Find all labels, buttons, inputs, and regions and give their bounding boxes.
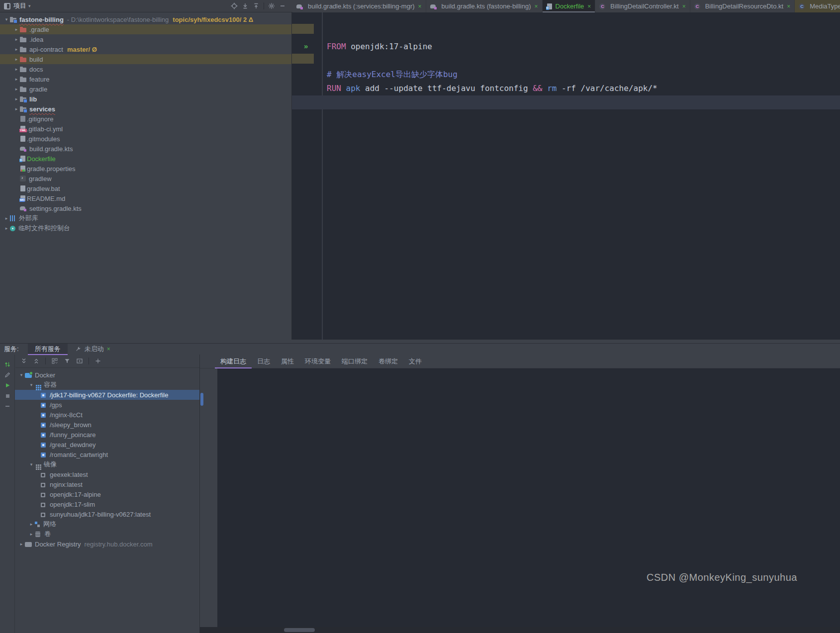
service-tree-row[interactable]: /funny_poincare	[15, 430, 199, 440]
collapse-all-icon[interactable]	[253, 2, 260, 9]
editor-tab[interactable]: MediaType	[795, 0, 840, 12]
editor-tab[interactable]: BillingDetailController.kt ×	[595, 0, 690, 12]
close-icon[interactable]: ×	[107, 346, 110, 353]
scroll-from-source-icon[interactable]	[242, 2, 249, 9]
editor-tab[interactable]: build.gradle.kts (:services:billing-mgr)…	[292, 0, 426, 12]
service-tree-row[interactable]: ▸ 卷	[15, 529, 199, 539]
project-tree-row[interactable]: ▸ docs	[0, 64, 291, 74]
expand-all-icon[interactable]	[20, 358, 27, 364]
chevron-icon[interactable]: ▸	[28, 532, 35, 537]
chevron-icon[interactable]: ▾	[3, 17, 10, 22]
service-tree-row[interactable]: ▸ Docker Registry registry.hub.docker.co…	[15, 539, 199, 549]
project-tree-row[interactable]: ▸ 临时文件和控制台	[0, 223, 291, 233]
project-tree-row[interactable]: ▸ 外部库	[0, 213, 291, 223]
project-tree-row[interactable]: ▸ feature	[0, 74, 291, 84]
service-tree-row[interactable]: /jdk17-billing-v0627 Dockerfile: Dockerf…	[15, 390, 199, 400]
chevron-icon[interactable]: ▸	[13, 67, 20, 72]
service-tree-row[interactable]: /sleepy_brown	[15, 420, 199, 430]
detail-tab[interactable]: 日志	[252, 355, 276, 368]
detail-tab[interactable]: 卷绑定	[373, 355, 403, 368]
editor-tab[interactable]: build.gradle.kts (fastone-billing) ×	[426, 0, 543, 12]
close-icon[interactable]: ×	[787, 3, 790, 10]
horizontal-scrollbar[interactable]	[200, 627, 840, 633]
chevron-icon[interactable]: ▸	[13, 27, 20, 32]
chevron-icon[interactable]: ▾	[28, 382, 35, 387]
service-tree-row[interactable]: /nginx-8cCt	[15, 410, 199, 420]
edit-configuration-icon[interactable]	[4, 371, 11, 378]
project-tree-row[interactable]: ▸ .idea	[0, 34, 291, 44]
service-tree-row[interactable]: /gps	[15, 400, 199, 410]
project-tree-row[interactable]: ▸ api-contract master/ Ø	[0, 44, 291, 54]
vertical-scrollbar-thumb[interactable]	[200, 393, 203, 406]
chevron-icon[interactable]: ▸	[28, 522, 35, 527]
settings-icon[interactable]	[268, 2, 275, 9]
project-tree-row[interactable]: Dockerfile	[0, 154, 291, 164]
editor-tab[interactable]: BillingDetailResourceDto.kt ×	[690, 0, 795, 12]
horizontal-scrollbar-thumb[interactable]	[284, 628, 315, 632]
group-by-icon[interactable]	[51, 358, 58, 364]
project-tree-row[interactable]: ▸ .gradle	[0, 24, 291, 34]
project-tree-row[interactable]: build.gradle.kts	[0, 144, 291, 154]
service-tree-row[interactable]: ▾ Docker	[15, 370, 199, 380]
chevron-icon[interactable]: ▾	[18, 372, 25, 377]
chevron-icon[interactable]: ▸	[3, 216, 10, 221]
service-tree-row[interactable]: openjdk:17-slim	[15, 499, 199, 509]
run-icon[interactable]	[4, 382, 11, 389]
chevron-icon[interactable]: ▸	[13, 57, 20, 62]
service-tree-row[interactable]: ▾ 容器	[15, 380, 199, 390]
swap-vertical-icon[interactable]	[4, 361, 11, 368]
chevron-icon[interactable]: ▸	[13, 47, 20, 52]
close-icon[interactable]: ×	[535, 3, 538, 10]
chevron-icon[interactable]: ▸	[13, 106, 20, 111]
tab-not-started[interactable]: 未启动 ×	[68, 344, 117, 355]
project-tree-row[interactable]: .gitmodules	[0, 134, 291, 144]
project-tree-row[interactable]: ▸ build	[0, 54, 291, 64]
chevron-icon[interactable]: ▾	[28, 462, 35, 467]
project-tree-row[interactable]: gradlew.bat	[0, 183, 291, 193]
project-tree-row[interactable]: gradle.properties	[0, 164, 291, 174]
project-tree-row[interactable]: ▸ lib	[0, 94, 291, 104]
chevron-icon[interactable]: ▸	[13, 77, 20, 82]
service-tree-row[interactable]: geexek:latest	[15, 469, 199, 479]
chevron-icon[interactable]: ▸	[13, 96, 20, 101]
close-icon[interactable]: ×	[418, 3, 422, 10]
close-icon[interactable]: ×	[682, 3, 686, 10]
service-tree-row[interactable]: /romantic_cartwright	[15, 450, 199, 459]
hide-panel-icon[interactable]	[279, 2, 286, 9]
collapse-all-icon[interactable]	[33, 358, 40, 364]
new-window-icon[interactable]	[76, 358, 83, 364]
collapse-icon[interactable]	[4, 403, 11, 410]
detail-tab[interactable]: 构建日志	[215, 355, 252, 368]
close-icon[interactable]: ×	[587, 3, 591, 10]
tab-all-services[interactable]: 所有服务	[28, 344, 68, 355]
project-tree-row[interactable]: README.md	[0, 193, 291, 203]
chevron-icon[interactable]: ▸	[13, 37, 20, 42]
chevron-icon[interactable]: ▸	[18, 542, 25, 546]
project-tree-row[interactable]: ▾ fastone-billing - D:\kotlintworkspace\…	[0, 14, 291, 24]
chevron-icon[interactable]: ▸	[3, 226, 10, 231]
project-tree-row[interactable]: .gitignore	[0, 114, 291, 124]
build-log-console[interactable]	[217, 368, 840, 627]
filter-icon[interactable]	[64, 358, 71, 364]
project-tree-row[interactable]: ▸ gradle	[0, 84, 291, 94]
target-icon[interactable]	[231, 2, 238, 9]
run-gutter-icon[interactable]: »	[304, 40, 308, 54]
service-tree-row[interactable]: ▸ 网络	[15, 519, 199, 529]
stop-icon[interactable]	[4, 392, 11, 399]
code-editor[interactable]: FROM openjdk:17-alpine # 解决easyExcel导出缺少…	[323, 12, 840, 340]
service-tree-row[interactable]: nginx:latest	[15, 479, 199, 489]
panel-divider[interactable]	[199, 355, 200, 633]
chevron-icon[interactable]: ▸	[13, 87, 20, 91]
service-tree-row[interactable]: /great_dewdney	[15, 440, 199, 450]
add-service-icon[interactable]	[94, 358, 101, 364]
project-tree-row[interactable]: gradlew	[0, 174, 291, 183]
project-tree-row[interactable]: .gitlab-ci.yml	[0, 124, 291, 134]
detail-tab[interactable]: 环境变量	[299, 355, 336, 368]
detail-tab[interactable]: 属性	[276, 355, 299, 368]
service-tree-row[interactable]: sunyuhua/jdk17-billing-v0627:latest	[15, 509, 199, 519]
project-tree-row[interactable]: settings.gradle.kts	[0, 203, 291, 213]
service-tree-row[interactable]: openjdk:17-alpine	[15, 489, 199, 499]
editor-tab[interactable]: Dockerfile ×	[543, 0, 596, 12]
detail-tab[interactable]: 文件	[403, 355, 427, 368]
chevron-down-icon[interactable]: ▾	[28, 3, 31, 8]
